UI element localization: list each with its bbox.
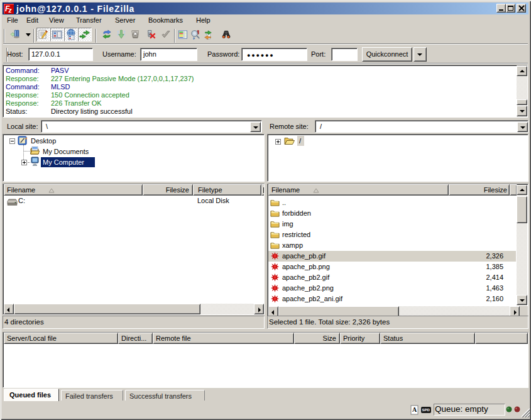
svg-text:A: A: [412, 406, 417, 413]
svg-text:z: z: [8, 7, 12, 14]
